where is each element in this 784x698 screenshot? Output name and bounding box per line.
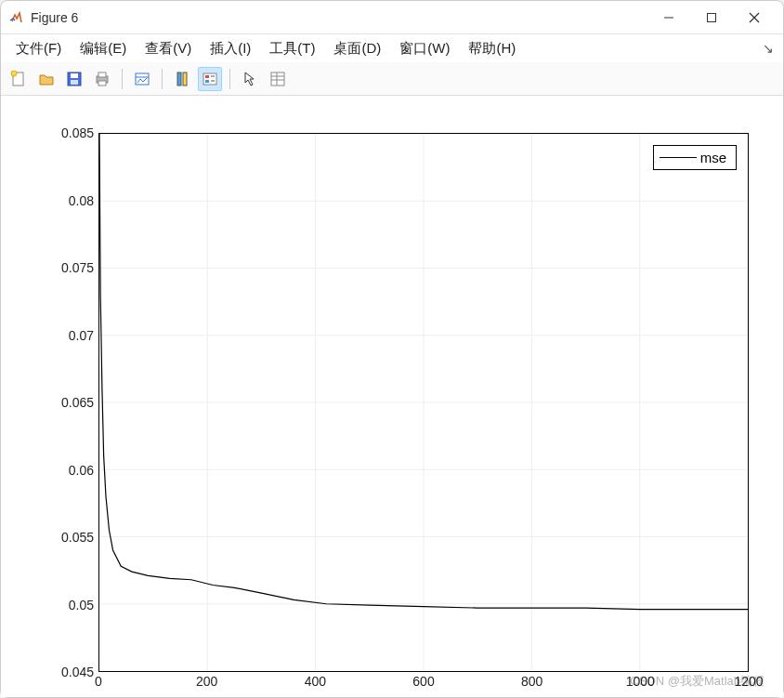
menu-window[interactable]: 窗口(W) bbox=[390, 36, 459, 61]
menu-edit[interactable]: 编辑(E) bbox=[71, 36, 136, 61]
svg-rect-8 bbox=[71, 80, 78, 85]
save-button[interactable] bbox=[62, 67, 86, 91]
maximize-button[interactable] bbox=[690, 4, 733, 32]
plot-area[interactable]: mse CSDN @我爱Matlab编程 0.0450.050.0550.060… bbox=[1, 96, 783, 697]
svg-point-5 bbox=[11, 71, 17, 76]
svg-rect-21 bbox=[271, 72, 284, 86]
ytick-label: 0.08 bbox=[47, 193, 94, 208]
svg-rect-7 bbox=[71, 73, 78, 78]
ytick-label: 0.045 bbox=[47, 665, 94, 679]
window-title: Figure 6 bbox=[31, 10, 647, 25]
ytick-label: 0.085 bbox=[47, 125, 94, 140]
new-figure-icon bbox=[10, 71, 27, 87]
svg-rect-16 bbox=[203, 73, 216, 85]
property-inspector-button[interactable] bbox=[266, 67, 290, 91]
open-button[interactable] bbox=[34, 67, 59, 91]
menu-help[interactable]: 帮助(H) bbox=[459, 36, 525, 61]
minimize-button[interactable] bbox=[647, 4, 690, 32]
print-button[interactable] bbox=[90, 67, 114, 91]
colorbar-icon bbox=[174, 71, 190, 87]
toolbar-separator bbox=[229, 69, 230, 89]
titlebar: Figure 6 bbox=[1, 1, 783, 34]
xtick-label: 200 bbox=[196, 674, 217, 689]
ytick-label: 0.075 bbox=[47, 260, 94, 275]
svg-rect-18 bbox=[205, 80, 209, 83]
ytick-label: 0.055 bbox=[47, 530, 94, 545]
menubar: 文件(F) 编辑(E) 查看(V) 插入(I) 工具(T) 桌面(D) 窗口(W… bbox=[1, 34, 783, 62]
ytick-label: 0.065 bbox=[47, 395, 94, 410]
legend-line-icon bbox=[660, 157, 697, 158]
window-controls bbox=[647, 4, 776, 32]
toolbar bbox=[1, 62, 783, 96]
print-icon bbox=[94, 71, 111, 87]
svg-rect-17 bbox=[205, 75, 209, 78]
legend-entry: mse bbox=[700, 150, 726, 165]
menu-desktop[interactable]: 桌面(D) bbox=[324, 36, 390, 61]
svg-rect-1 bbox=[708, 13, 716, 21]
legend[interactable]: mse bbox=[653, 145, 737, 170]
menu-view[interactable]: 查看(V) bbox=[136, 36, 201, 61]
matlab-icon bbox=[8, 10, 23, 25]
menu-insert[interactable]: 插入(I) bbox=[201, 36, 260, 61]
ytick-label: 0.05 bbox=[47, 598, 94, 612]
svg-rect-15 bbox=[183, 72, 187, 86]
svg-rect-10 bbox=[98, 72, 106, 77]
xtick-label: 400 bbox=[305, 674, 326, 689]
ytick-label: 0.06 bbox=[47, 463, 94, 478]
edit-plot-button[interactable] bbox=[238, 67, 262, 91]
new-figure-button[interactable] bbox=[7, 67, 31, 91]
chart-line-container bbox=[99, 134, 748, 671]
open-folder-icon bbox=[38, 71, 55, 87]
save-icon bbox=[66, 71, 83, 87]
link-icon bbox=[134, 71, 150, 87]
link-button[interactable] bbox=[130, 67, 154, 91]
colorbar-button[interactable] bbox=[170, 67, 194, 91]
xtick-label: 800 bbox=[521, 674, 542, 689]
svg-rect-11 bbox=[98, 81, 106, 86]
arrow-icon bbox=[242, 71, 258, 87]
menu-file[interactable]: 文件(F) bbox=[7, 36, 71, 61]
svg-rect-14 bbox=[177, 72, 181, 86]
toolbar-separator bbox=[162, 69, 163, 89]
legend-icon bbox=[202, 71, 218, 87]
menu-more-icon[interactable]: ↘ bbox=[763, 41, 774, 56]
xtick-label: 1200 bbox=[734, 674, 763, 689]
svg-rect-12 bbox=[136, 73, 149, 85]
menu-tools[interactable]: 工具(T) bbox=[260, 36, 324, 61]
xtick-label: 600 bbox=[412, 674, 434, 689]
property-icon bbox=[269, 71, 286, 87]
axes[interactable]: mse bbox=[98, 133, 749, 672]
ytick-label: 0.07 bbox=[47, 328, 94, 343]
legend-button[interactable] bbox=[198, 67, 222, 91]
close-button[interactable] bbox=[733, 4, 776, 32]
toolbar-separator bbox=[122, 69, 123, 89]
xtick-label: 1000 bbox=[626, 674, 655, 689]
xtick-label: 0 bbox=[95, 674, 102, 689]
figure-window: Figure 6 文件(F) 编辑(E) 查看(V) 插入(I) 工具(T) 桌… bbox=[0, 0, 784, 698]
